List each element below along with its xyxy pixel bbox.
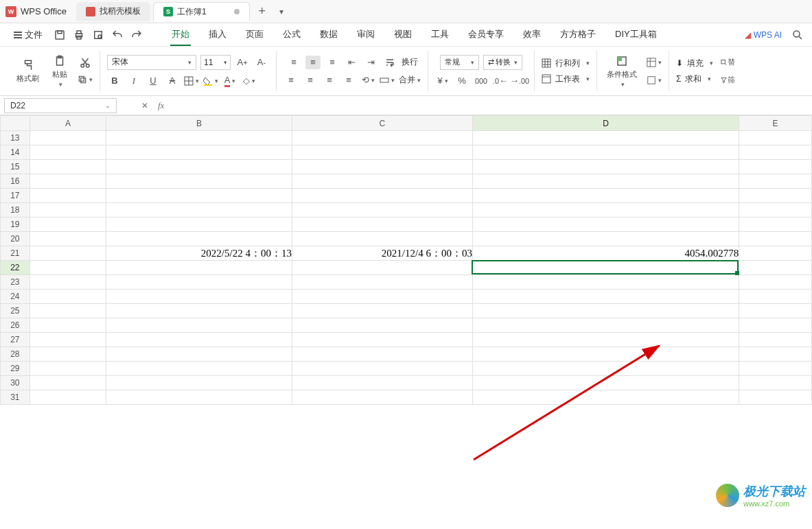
row-header-18[interactable]: 18	[1, 203, 30, 218]
worksheet-button[interactable]: 工作表	[542, 73, 590, 85]
paste-button[interactable]: 粘贴	[49, 53, 71, 89]
filter-button[interactable]: 筛	[720, 73, 735, 87]
cell-A13[interactable]	[30, 131, 106, 145]
underline-button[interactable]: U	[146, 74, 161, 88]
row-header-27[interactable]: 27	[1, 333, 30, 347]
cell-C23[interactable]	[292, 275, 472, 290]
cell-A27[interactable]	[30, 333, 106, 347]
row-header-19[interactable]: 19	[1, 218, 30, 232]
font-size-select[interactable]: 11▾	[200, 55, 231, 70]
cell-E21[interactable]	[739, 246, 812, 261]
cell-B22[interactable]	[106, 261, 292, 275]
cell-A23[interactable]	[30, 275, 106, 290]
cell-D13[interactable]	[472, 131, 739, 145]
cell-A24[interactable]	[30, 290, 106, 304]
align-left-button[interactable]: ≡	[283, 73, 299, 87]
row-header-23[interactable]: 23	[1, 275, 30, 290]
cell-A28[interactable]	[30, 347, 106, 362]
cell-D18[interactable]	[472, 203, 739, 218]
cell-D27[interactable]	[472, 333, 739, 347]
cell-A19[interactable]	[30, 218, 106, 232]
cell-D20[interactable]	[472, 232, 739, 246]
cell-B30[interactable]	[106, 376, 292, 390]
merge-label[interactable]: 合并	[399, 74, 421, 86]
row-header-14[interactable]: 14	[1, 145, 30, 160]
cell-E22[interactable]	[739, 261, 812, 275]
cell-D29[interactable]	[472, 362, 739, 376]
increase-font-button[interactable]: A+	[235, 56, 250, 69]
search-button[interactable]: 替	[720, 56, 735, 69]
convert-button[interactable]: ⇄ 转换	[483, 55, 522, 70]
cell-D19[interactable]	[472, 218, 739, 232]
spreadsheet-grid[interactable]: ABCDE1314151617181920212022/5/22 4：00：13…	[0, 115, 812, 512]
cell-D17[interactable]	[472, 189, 739, 203]
cell-E27[interactable]	[739, 333, 812, 347]
align-bottom-button[interactable]: ≡	[325, 56, 340, 69]
cell-B20[interactable]	[106, 232, 292, 246]
increase-indent-button[interactable]: ⇥	[363, 56, 378, 69]
cell-C22[interactable]	[292, 261, 472, 275]
ribbon-tab-view[interactable]: 视图	[393, 24, 413, 46]
cell-D24[interactable]	[472, 290, 739, 304]
cell-C15[interactable]	[292, 160, 472, 174]
increase-decimal-button[interactable]: →.00	[512, 74, 527, 88]
tab-menu-button[interactable]: ▾	[272, 2, 291, 21]
number-format-select[interactable]: 常规▾	[440, 55, 479, 70]
cell-E26[interactable]	[739, 318, 812, 333]
align-right-button[interactable]: ≡	[322, 73, 337, 87]
row-header-17[interactable]: 17	[1, 189, 30, 203]
cell-E15[interactable]	[739, 160, 812, 174]
cell-E14[interactable]	[739, 145, 812, 160]
borders-button[interactable]	[184, 74, 199, 88]
cell-A21[interactable]	[30, 246, 106, 261]
ribbon-tab-ffgz[interactable]: 方方格子	[559, 24, 597, 46]
cell-B18[interactable]	[106, 203, 292, 218]
row-header-28[interactable]: 28	[1, 347, 30, 362]
column-header-B[interactable]: B	[106, 116, 292, 131]
cell-E31[interactable]	[739, 390, 812, 405]
cell-E28[interactable]	[739, 347, 812, 362]
cell-B13[interactable]	[106, 131, 292, 145]
justify-button[interactable]: ≡	[341, 73, 356, 87]
ribbon-tab-insert[interactable]: 插入	[207, 24, 228, 46]
cell-E19[interactable]	[739, 218, 812, 232]
cut-button[interactable]	[78, 56, 93, 70]
column-header-A[interactable]: A	[30, 116, 106, 131]
strikethrough-button[interactable]: A	[165, 74, 180, 88]
bold-button[interactable]: B	[107, 74, 122, 88]
cell-D22[interactable]	[472, 261, 739, 275]
row-header-25[interactable]: 25	[1, 304, 30, 318]
row-header-15[interactable]: 15	[1, 160, 30, 174]
cell-A14[interactable]	[30, 145, 106, 160]
cell-C21[interactable]: 2021/12/4 6：00：03	[292, 246, 472, 261]
cell-E20[interactable]	[739, 232, 812, 246]
cell-E30[interactable]	[739, 376, 812, 390]
clear-format-button[interactable]: ◇	[242, 74, 257, 88]
cell-B28[interactable]	[106, 347, 292, 362]
ribbon-tab-member[interactable]: 会员专享	[467, 24, 505, 46]
cell-C24[interactable]	[292, 290, 472, 304]
decrease-indent-button[interactable]: ⇤	[344, 56, 359, 69]
cell-A29[interactable]	[30, 362, 106, 376]
align-middle-button[interactable]: ≡	[305, 56, 321, 69]
cell-C13[interactable]	[292, 131, 472, 145]
tab-templates[interactable]: 找稻壳模板	[76, 2, 150, 21]
fill-color-button[interactable]	[203, 74, 218, 88]
cell-C16[interactable]	[292, 174, 472, 189]
row-header-29[interactable]: 29	[1, 362, 30, 376]
copy-button[interactable]	[78, 73, 93, 86]
cell-E25[interactable]	[739, 304, 812, 318]
cell-C31[interactable]	[292, 390, 472, 405]
cell-C28[interactable]	[292, 347, 472, 362]
tab-close-icon[interactable]	[234, 9, 240, 14]
cell-C27[interactable]	[292, 333, 472, 347]
cond-format-button[interactable]: 条件格式	[604, 53, 640, 89]
table-format-button[interactable]	[647, 56, 662, 69]
decrease-decimal-button[interactable]: .0←	[493, 74, 508, 88]
cell-A18[interactable]	[30, 203, 106, 218]
cell-A17[interactable]	[30, 189, 106, 203]
percent-button[interactable]: %	[454, 74, 469, 88]
cell-D25[interactable]	[472, 304, 739, 318]
cell-B14[interactable]	[106, 145, 292, 160]
select-all-corner[interactable]	[1, 116, 30, 131]
